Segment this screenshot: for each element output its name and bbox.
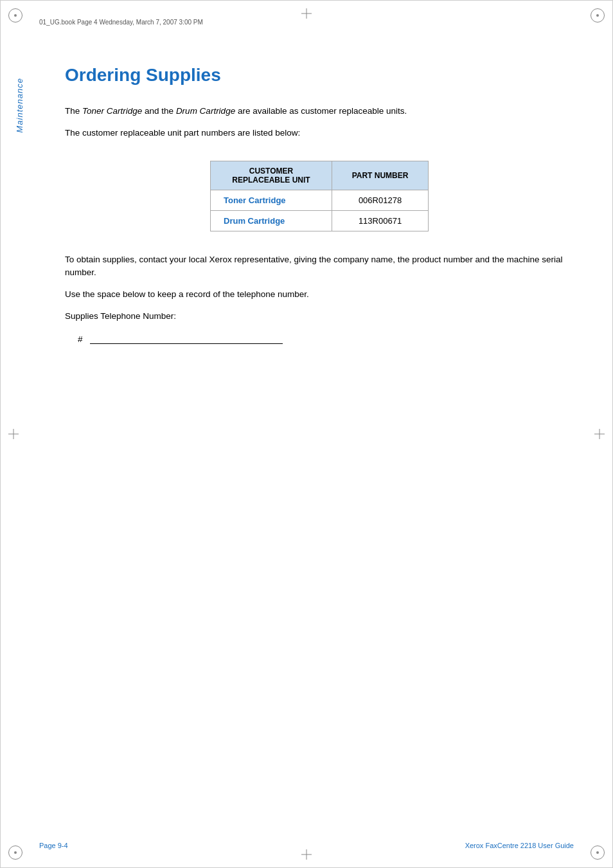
table-cell-part-1: 113R00671 — [332, 210, 429, 231]
footer: Page 9-4 Xerox FaxCentre 2218 User Guide — [39, 842, 574, 849]
page-title: Ordering Supplies — [65, 52, 574, 86]
table-cell-item-0: Toner Cartridge — [211, 190, 332, 210]
table-wrapper: CUSTOMERREPLACEABLE UNIT PART NUMBER Ton… — [65, 149, 574, 243]
col-header-unit: CUSTOMERREPLACEABLE UNIT — [211, 161, 332, 190]
corner-mark-tr — [591, 8, 605, 23]
crosshair-top — [301, 8, 312, 19]
table-cell-item-1: Drum Cartridge — [211, 210, 332, 231]
table-row: Drum Cartridge 113R00671 — [211, 210, 429, 231]
table-cell-part-0: 006R01278 — [332, 190, 429, 210]
intro-paragraph: The Toner Cartridge and the Drum Cartrid… — [65, 105, 574, 118]
crosshair-left — [8, 429, 19, 439]
drum-cartridge-text: Drum Cartridge — [176, 106, 235, 116]
part-numbers-intro: The customer replaceable unit part numbe… — [65, 127, 574, 140]
tel-field — [90, 334, 283, 344]
table-row: Toner Cartridge 006R01278 — [211, 190, 429, 210]
page: 01_UG.book Page 4 Wednesday, March 7, 20… — [0, 0, 613, 868]
crosshair-bottom — [301, 849, 312, 860]
corner-mark-br — [591, 845, 605, 860]
tel-prefix: # — [78, 334, 83, 344]
corner-mark-tl — [8, 8, 22, 23]
footer-guide-title: Xerox FaxCentre 2218 User Guide — [465, 842, 574, 849]
record-paragraph: Use the space below to keep a record of … — [65, 288, 574, 301]
toner-cartridge-text: Toner Cartridge — [82, 106, 142, 116]
crosshair-right — [594, 429, 605, 439]
supplies-table: CUSTOMERREPLACEABLE UNIT PART NUMBER Ton… — [210, 161, 429, 231]
footer-page-number: Page 9-4 — [39, 842, 68, 849]
corner-mark-bl — [8, 845, 22, 860]
col-header-part: PART NUMBER — [332, 161, 429, 190]
meta-line: 01_UG.book Page 4 Wednesday, March 7, 20… — [39, 19, 203, 26]
telephone-line: # — [65, 334, 574, 344]
side-tab-label: Maintenance — [15, 78, 24, 132]
contact-paragraph: To obtain supplies, contact your local X… — [65, 253, 574, 280]
telephone-label: Supplies Telephone Number: — [65, 310, 574, 323]
main-content: Ordering Supplies The Toner Cartridge an… — [65, 52, 574, 816]
